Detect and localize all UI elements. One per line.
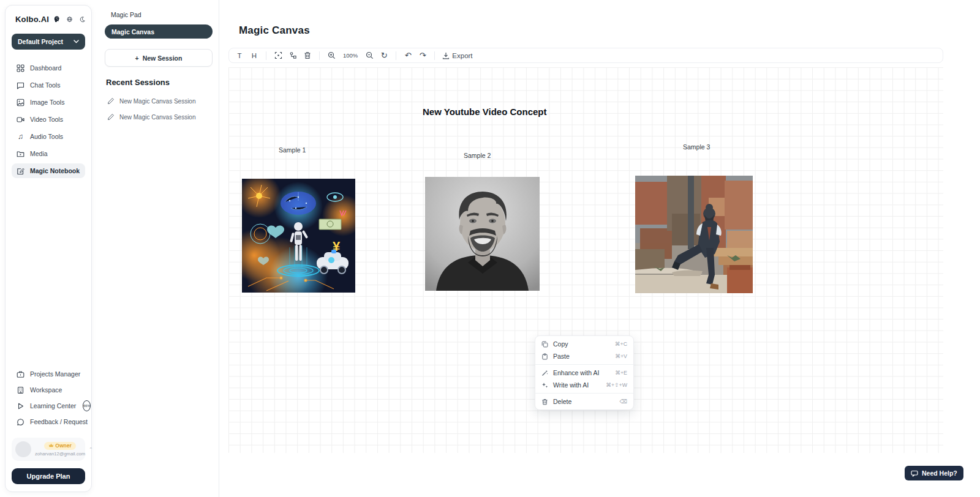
context-menu-write-ai[interactable]: Write with AI ⌘+⇧+W xyxy=(535,379,633,391)
menu-divider xyxy=(535,364,633,365)
sparkles-icon xyxy=(541,382,548,389)
sidebar-item-label: Media xyxy=(30,150,48,157)
workflow-nodes-icon xyxy=(289,51,297,59)
project-selector[interactable]: Default Project xyxy=(12,34,85,50)
sidebar-item-chat-tools[interactable]: Chat Tools xyxy=(12,78,85,92)
upgrade-plan-button[interactable]: Upgrade Plan xyxy=(12,468,85,484)
avatar xyxy=(15,441,31,457)
page-title: Magic Canvas xyxy=(239,24,310,37)
need-help-button[interactable]: Need Help? xyxy=(905,466,963,480)
sidebar-item-feedback[interactable]: Feedback / Request xyxy=(12,414,85,429)
flow-tool-button[interactable] xyxy=(286,50,300,62)
sidebar-footer: Projects Manager Workspace Learning Cent… xyxy=(12,367,85,484)
sidebar-item-label: Audio Tools xyxy=(30,133,63,140)
magic-canvas-item[interactable]: Magic Canvas xyxy=(105,24,213,39)
text-tool-button[interactable]: T xyxy=(233,50,246,62)
chat-bubble-icon xyxy=(17,81,24,89)
help-chat-icon xyxy=(911,470,918,477)
chevron-down-icon xyxy=(74,40,79,43)
feedback-bubble-icon xyxy=(17,418,24,426)
sidebar-item-projects-manager[interactable]: Projects Manager xyxy=(12,367,85,381)
language-globe-icon[interactable] xyxy=(67,15,72,23)
magic-wand-icon xyxy=(541,370,548,376)
toolbar-divider xyxy=(266,51,266,60)
canvas-image-ai-collage[interactable]: ¥ xyxy=(242,179,355,293)
brain-head-icon xyxy=(53,14,60,24)
select-tool-button[interactable] xyxy=(271,50,285,62)
dashboard-icon xyxy=(17,64,24,72)
undo-button[interactable]: ↶ xyxy=(401,50,415,62)
zoom-out-button[interactable] xyxy=(363,50,376,62)
trash-icon xyxy=(304,51,311,59)
sessions-panel: Magic Pad Magic Canvas + New Session Rec… xyxy=(100,0,219,497)
sidebar-item-image-tools[interactable]: Image Tools xyxy=(12,95,85,110)
crown-icon xyxy=(48,443,54,448)
sidebar-item-label: Dashboard xyxy=(30,64,61,72)
toolbar-divider xyxy=(434,51,435,60)
context-menu-paste[interactable]: Paste ⌘+V xyxy=(535,350,633,362)
sidebar-item-learning-center[interactable]: Learning Center 66% xyxy=(12,398,85,413)
user-info: Owner zoharvan12@gmail.com xyxy=(35,442,85,457)
delete-tool-button[interactable] xyxy=(301,50,314,62)
sidebar-item-magic-notebook[interactable]: Magic Notebook xyxy=(12,163,85,178)
export-button[interactable]: Export xyxy=(440,50,475,62)
plus-icon: + xyxy=(135,54,139,62)
session-item[interactable]: New Magic Canvas Session xyxy=(105,93,213,109)
sidebar-item-label: Chat Tools xyxy=(30,81,60,89)
reset-rotation-button[interactable]: ↻ xyxy=(377,50,391,62)
dark-mode-moon-icon[interactable] xyxy=(80,15,85,23)
app-root: Kolbo.AI Default Project xyxy=(0,0,980,497)
play-icon xyxy=(17,402,24,410)
context-menu-delete[interactable]: Delete ⌫ xyxy=(535,395,633,408)
user-account-box[interactable]: Owner zoharvan12@gmail.com ⌃ xyxy=(12,438,85,461)
canvas-toolbar: T H 100% xyxy=(228,48,943,63)
sidebar-item-audio-tools[interactable]: ♫ Audio Tools xyxy=(12,129,85,144)
zoom-in-icon xyxy=(328,51,336,59)
sidebar-item-workspace[interactable]: Workspace xyxy=(12,383,85,397)
pencil-icon xyxy=(107,97,115,105)
canvas-image-portrait[interactable] xyxy=(425,177,540,291)
paste-icon xyxy=(541,353,548,360)
context-menu-copy[interactable]: Copy ⌘+C xyxy=(535,338,633,350)
zoom-in-button[interactable] xyxy=(325,50,338,62)
sample-2-label[interactable]: Sample 2 xyxy=(464,152,491,159)
video-camera-icon xyxy=(17,116,24,124)
sample-1-label[interactable]: Sample 1 xyxy=(279,146,306,154)
learning-progress-badge: 66% xyxy=(83,400,91,411)
sidebar-item-media[interactable]: Media xyxy=(12,146,85,161)
logo-row: Kolbo.AI xyxy=(12,14,85,24)
building-icon xyxy=(17,386,24,394)
project-selector-label: Default Project xyxy=(18,38,63,45)
download-icon xyxy=(442,52,450,59)
sidebar-item-label: Projects Manager xyxy=(30,370,80,378)
zoom-out-icon xyxy=(366,51,374,59)
sidebar-item-dashboard[interactable]: Dashboard xyxy=(12,61,85,75)
heading-tool-button[interactable]: H xyxy=(247,50,261,62)
copy-icon xyxy=(541,341,548,348)
sidebar-item-label: Magic Notebook xyxy=(30,167,80,174)
media-folder-icon xyxy=(17,150,24,158)
redo-button[interactable]: ↷ xyxy=(416,50,429,62)
sidebar-nav: Dashboard Chat Tools Image Tools xyxy=(12,61,85,178)
sidebar-item-label: Feedback / Request xyxy=(30,418,88,425)
canvas-image-ruins[interactable] xyxy=(635,176,753,293)
brand-logo: Kolbo.AI xyxy=(15,15,49,24)
pencil-icon xyxy=(107,113,115,121)
recent-sessions-title: Recent Sessions xyxy=(106,78,213,87)
user-email: zoharvan12@gmail.com xyxy=(35,451,85,457)
magic-pad-item[interactable]: Magic Pad xyxy=(105,9,213,24)
new-session-button[interactable]: + New Session xyxy=(105,49,213,67)
sidebar-item-label: Video Tools xyxy=(30,116,63,123)
briefcase-icon xyxy=(17,370,24,378)
sidebar-item-video-tools[interactable]: Video Tools xyxy=(12,112,85,127)
sample-3-label[interactable]: Sample 3 xyxy=(683,143,710,151)
session-item[interactable]: New Magic Canvas Session xyxy=(105,109,213,125)
image-icon xyxy=(17,99,24,106)
context-menu-enhance-ai[interactable]: Enhance with AI ⌘+E xyxy=(535,367,633,379)
menu-divider xyxy=(535,393,633,394)
sidebar-item-label: Learning Center xyxy=(30,402,76,409)
canvas-heading-text[interactable]: New Youtube Video Concept xyxy=(423,106,547,117)
owner-badge: Owner xyxy=(44,442,75,450)
toolbar-divider xyxy=(396,51,396,60)
zoom-level: 100% xyxy=(339,52,361,59)
